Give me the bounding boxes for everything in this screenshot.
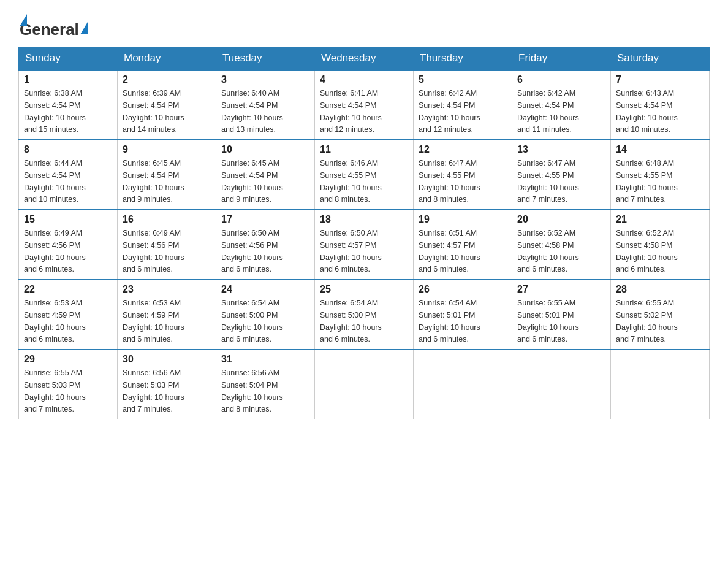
calendar-cell: 8 Sunrise: 6:44 AMSunset: 4:54 PMDayligh…	[19, 140, 118, 210]
day-number: 29	[24, 354, 112, 365]
calendar-cell: 17 Sunrise: 6:50 AMSunset: 4:56 PMDaylig…	[216, 210, 315, 280]
calendar-table: SundayMondayTuesdayWednesdayThursdayFrid…	[18, 47, 710, 419]
day-info: Sunrise: 6:41 AMSunset: 4:54 PMDaylight:…	[320, 89, 382, 134]
day-info: Sunrise: 6:54 AMSunset: 5:00 PMDaylight:…	[221, 299, 283, 343]
calendar-cell: 10 Sunrise: 6:45 AMSunset: 4:54 PMDaylig…	[216, 140, 315, 210]
calendar-cell: 26 Sunrise: 6:54 AMSunset: 5:01 PMDaylig…	[414, 280, 512, 350]
day-number: 10	[221, 144, 309, 155]
calendar-cell: 19 Sunrise: 6:51 AMSunset: 4:57 PMDaylig…	[414, 210, 512, 280]
day-info: Sunrise: 6:43 AMSunset: 4:54 PMDaylight:…	[616, 89, 678, 134]
day-number: 16	[123, 214, 211, 225]
day-info: Sunrise: 6:45 AMSunset: 4:54 PMDaylight:…	[221, 159, 283, 204]
calendar-cell: 9 Sunrise: 6:45 AMSunset: 4:54 PMDayligh…	[118, 140, 216, 210]
day-number: 9	[123, 144, 211, 155]
calendar-cell: 1 Sunrise: 6:38 AMSunset: 4:54 PMDayligh…	[19, 70, 118, 140]
week-row: 8 Sunrise: 6:44 AMSunset: 4:54 PMDayligh…	[19, 140, 710, 210]
day-info: Sunrise: 6:55 AMSunset: 5:01 PMDaylight:…	[517, 299, 579, 343]
day-number: 17	[221, 214, 309, 225]
day-info: Sunrise: 6:49 AMSunset: 4:56 PMDaylight:…	[123, 229, 184, 274]
calendar-cell: 28 Sunrise: 6:55 AMSunset: 5:02 PMDaylig…	[611, 280, 710, 350]
day-info: Sunrise: 6:47 AMSunset: 4:55 PMDaylight:…	[517, 159, 579, 204]
day-info: Sunrise: 6:50 AMSunset: 4:57 PMDaylight:…	[320, 229, 382, 274]
day-number: 14	[616, 144, 704, 155]
day-number: 12	[419, 144, 507, 155]
day-number: 18	[320, 214, 408, 225]
day-number: 28	[616, 284, 704, 295]
calendar-cell: 7 Sunrise: 6:43 AMSunset: 4:54 PMDayligh…	[611, 70, 710, 140]
logo: General	[18, 12, 89, 36]
day-of-week-header: Saturday	[611, 47, 710, 71]
calendar-cell: 23 Sunrise: 6:53 AMSunset: 4:59 PMDaylig…	[118, 280, 216, 350]
day-number: 23	[123, 284, 211, 295]
day-number: 4	[320, 74, 408, 85]
calendar-header-row: SundayMondayTuesdayWednesdayThursdayFrid…	[19, 47, 710, 71]
day-info: Sunrise: 6:49 AMSunset: 4:56 PMDaylight:…	[24, 229, 86, 274]
day-info: Sunrise: 6:40 AMSunset: 4:54 PMDaylight:…	[221, 89, 283, 134]
week-row: 15 Sunrise: 6:49 AMSunset: 4:56 PMDaylig…	[19, 210, 710, 280]
day-info: Sunrise: 6:55 AMSunset: 5:03 PMDaylight:…	[24, 369, 86, 413]
logo-triangle-icon	[20, 14, 27, 26]
calendar-cell: 31 Sunrise: 6:56 AMSunset: 5:04 PMDaylig…	[216, 350, 315, 419]
day-number: 15	[24, 214, 112, 225]
calendar-cell: 13 Sunrise: 6:47 AMSunset: 4:55 PMDaylig…	[512, 140, 611, 210]
calendar-cell: 4 Sunrise: 6:41 AMSunset: 4:54 PMDayligh…	[315, 70, 414, 140]
day-number: 8	[24, 144, 112, 155]
day-number: 5	[419, 74, 507, 85]
week-row: 29 Sunrise: 6:55 AMSunset: 5:03 PMDaylig…	[19, 350, 710, 419]
calendar-cell: 29 Sunrise: 6:55 AMSunset: 5:03 PMDaylig…	[19, 350, 118, 419]
day-info: Sunrise: 6:53 AMSunset: 4:59 PMDaylight:…	[123, 299, 184, 343]
day-number: 27	[517, 284, 605, 295]
day-info: Sunrise: 6:48 AMSunset: 4:55 PMDaylight:…	[616, 159, 678, 204]
week-row: 22 Sunrise: 6:53 AMSunset: 4:59 PMDaylig…	[19, 280, 710, 350]
day-number: 13	[517, 144, 605, 155]
logo-triangle-icon2	[80, 22, 88, 34]
day-info: Sunrise: 6:46 AMSunset: 4:55 PMDaylight:…	[320, 159, 382, 204]
day-info: Sunrise: 6:54 AMSunset: 5:01 PMDaylight:…	[419, 299, 480, 343]
day-number: 20	[517, 214, 605, 225]
week-row: 1 Sunrise: 6:38 AMSunset: 4:54 PMDayligh…	[19, 70, 710, 140]
logo-general-bottom: General	[20, 20, 79, 39]
day-number: 31	[221, 354, 309, 365]
day-of-week-header: Wednesday	[315, 47, 414, 71]
day-number: 21	[616, 214, 704, 225]
day-number: 25	[320, 284, 408, 295]
day-info: Sunrise: 6:44 AMSunset: 4:54 PMDaylight:…	[24, 159, 86, 204]
calendar-cell	[414, 350, 512, 419]
day-of-week-header: Sunday	[19, 47, 118, 71]
calendar-cell	[315, 350, 414, 419]
calendar-cell: 14 Sunrise: 6:48 AMSunset: 4:55 PMDaylig…	[611, 140, 710, 210]
calendar-cell: 16 Sunrise: 6:49 AMSunset: 4:56 PMDaylig…	[118, 210, 216, 280]
calendar-cell: 6 Sunrise: 6:42 AMSunset: 4:54 PMDayligh…	[512, 70, 611, 140]
day-number: 2	[123, 74, 211, 85]
calendar-cell	[512, 350, 611, 419]
day-info: Sunrise: 6:51 AMSunset: 4:57 PMDaylight:…	[419, 229, 480, 274]
day-info: Sunrise: 6:56 AMSunset: 5:04 PMDaylight:…	[221, 369, 283, 413]
day-number: 7	[616, 74, 704, 85]
day-number: 30	[123, 354, 211, 365]
day-info: Sunrise: 6:55 AMSunset: 5:02 PMDaylight:…	[616, 299, 678, 343]
day-info: Sunrise: 6:54 AMSunset: 5:00 PMDaylight:…	[320, 299, 382, 343]
day-of-week-header: Monday	[118, 47, 216, 71]
calendar-cell: 2 Sunrise: 6:39 AMSunset: 4:54 PMDayligh…	[118, 70, 216, 140]
day-number: 22	[24, 284, 112, 295]
calendar-cell: 5 Sunrise: 6:42 AMSunset: 4:54 PMDayligh…	[414, 70, 512, 140]
calendar-cell: 12 Sunrise: 6:47 AMSunset: 4:55 PMDaylig…	[414, 140, 512, 210]
day-number: 24	[221, 284, 309, 295]
day-number: 6	[517, 74, 605, 85]
day-of-week-header: Thursday	[414, 47, 512, 71]
calendar-cell: 30 Sunrise: 6:56 AMSunset: 5:03 PMDaylig…	[118, 350, 216, 419]
calendar-cell: 21 Sunrise: 6:52 AMSunset: 4:58 PMDaylig…	[611, 210, 710, 280]
calendar-cell: 18 Sunrise: 6:50 AMSunset: 4:57 PMDaylig…	[315, 210, 414, 280]
day-info: Sunrise: 6:47 AMSunset: 4:55 PMDaylight:…	[419, 159, 480, 204]
day-info: Sunrise: 6:56 AMSunset: 5:03 PMDaylight:…	[123, 369, 184, 413]
day-info: Sunrise: 6:42 AMSunset: 4:54 PMDaylight:…	[517, 89, 579, 134]
day-number: 26	[419, 284, 507, 295]
day-number: 3	[221, 74, 309, 85]
calendar-cell: 22 Sunrise: 6:53 AMSunset: 4:59 PMDaylig…	[19, 280, 118, 350]
day-info: Sunrise: 6:42 AMSunset: 4:54 PMDaylight:…	[419, 89, 480, 134]
day-info: Sunrise: 6:52 AMSunset: 4:58 PMDaylight:…	[517, 229, 579, 274]
day-info: Sunrise: 6:53 AMSunset: 4:59 PMDaylight:…	[24, 299, 86, 343]
calendar-cell: 24 Sunrise: 6:54 AMSunset: 5:00 PMDaylig…	[216, 280, 315, 350]
day-info: Sunrise: 6:38 AMSunset: 4:54 PMDaylight:…	[24, 89, 86, 134]
calendar-cell: 20 Sunrise: 6:52 AMSunset: 4:58 PMDaylig…	[512, 210, 611, 280]
